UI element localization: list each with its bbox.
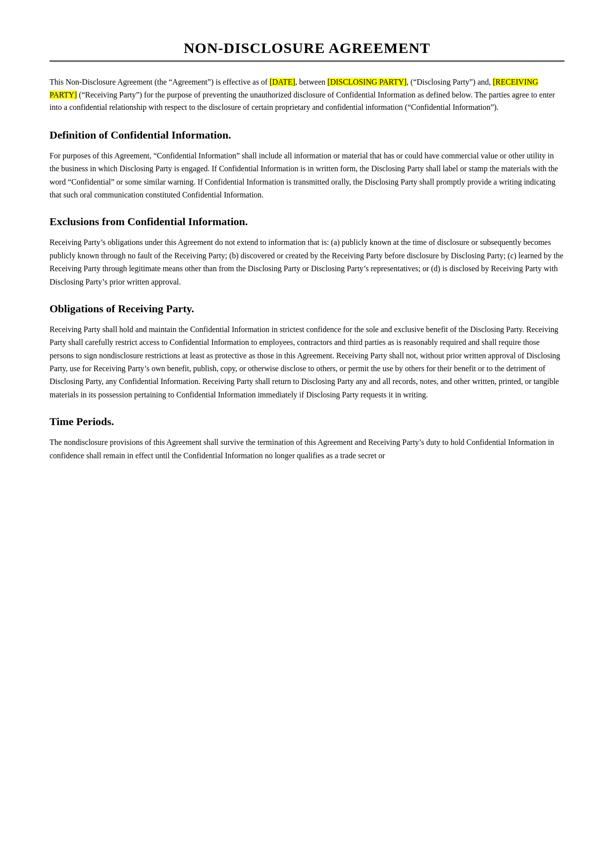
disclosing-party-placeholder: [DISCLOSING PARTY]	[327, 78, 407, 86]
section-exclusions: Exclusions from Confidential Information…	[50, 215, 564, 289]
title-divider	[50, 60, 564, 62]
section-obligations: Obligations of Receiving Party. Receivin…	[50, 302, 564, 401]
section-time-periods-body: The nondisclosure provisions of this Agr…	[50, 436, 564, 462]
intro-text-before-date: This Non-Disclosure Agreement (the “Agre…	[50, 78, 269, 86]
intro-text-between-1: , between	[295, 78, 327, 86]
intro-paragraph: This Non-Disclosure Agreement (the “Agre…	[50, 76, 564, 114]
section-definition-heading: Definition of Confidential Information.	[50, 129, 564, 142]
section-time-periods-heading: Time Periods.	[50, 415, 564, 428]
section-obligations-body: Receiving Party shall hold and maintain …	[50, 323, 564, 401]
section-time-periods: Time Periods. The nondisclosure provisio…	[50, 415, 564, 462]
page: NON-DISCLOSURE AGREEMENT This Non-Disclo…	[0, 0, 614, 868]
intro-text-after: (“Receiving Party”) for the purpose of p…	[50, 91, 555, 112]
title-section: NON-DISCLOSURE AGREEMENT	[50, 40, 564, 62]
intro-text-between-2: , (“Disclosing Party”) and,	[407, 78, 493, 86]
section-definition: Definition of Confidential Information. …	[50, 129, 564, 202]
date-placeholder: [DATE]	[269, 78, 295, 86]
section-obligations-heading: Obligations of Receiving Party.	[50, 302, 564, 315]
section-exclusions-body: Receiving Party’s obligations under this…	[50, 236, 564, 289]
section-definition-body: For purposes of this Agreement, “Confide…	[50, 149, 564, 202]
page-title: NON-DISCLOSURE AGREEMENT	[50, 40, 564, 56]
section-exclusions-heading: Exclusions from Confidential Information…	[50, 215, 564, 228]
